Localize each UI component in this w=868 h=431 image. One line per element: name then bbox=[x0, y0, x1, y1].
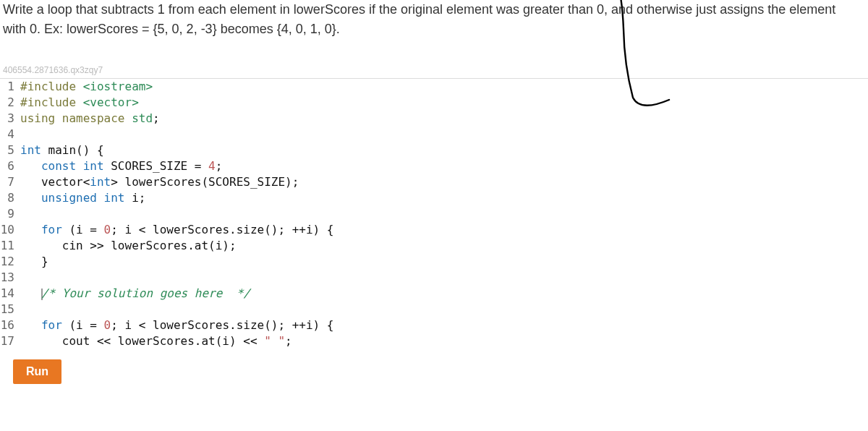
line-number: 1 bbox=[0, 79, 20, 95]
code-line: 5 int main() { bbox=[0, 142, 868, 158]
line-number: 16 bbox=[0, 317, 20, 333]
code-line: 8 unsigned int i; bbox=[0, 190, 868, 206]
line-number: 11 bbox=[0, 238, 20, 254]
line-number: 5 bbox=[0, 142, 20, 158]
line-number: 2 bbox=[0, 95, 20, 111]
run-button[interactable]: Run bbox=[13, 359, 61, 384]
code-line: 9 bbox=[0, 206, 868, 222]
line-number: 6 bbox=[0, 158, 20, 174]
code-line: 11 cin >> lowerScores.at(i); bbox=[0, 238, 868, 254]
code-line: 7 vector<int> lowerScores(SCORES_SIZE); bbox=[0, 174, 868, 190]
line-number: 12 bbox=[0, 254, 20, 270]
code-editor[interactable]: 1 #include <iostream> 2 #include <vector… bbox=[0, 78, 868, 349]
line-number: 4 bbox=[0, 127, 20, 142]
code-line: 16 for (i = 0; i < lowerScores.size(); +… bbox=[0, 317, 868, 333]
problem-instructions: Write a loop that subtracts 1 from each … bbox=[0, 0, 868, 51]
code-line: 14 /* Your solution goes here */ bbox=[0, 286, 868, 302]
line-number: 7 bbox=[0, 174, 20, 190]
code-line: 2 #include <vector> bbox=[0, 95, 868, 111]
code-line: 12 } bbox=[0, 254, 868, 270]
line-number: 14 bbox=[0, 286, 20, 302]
line-number: 17 bbox=[0, 333, 20, 349]
line-number: 3 bbox=[0, 111, 20, 127]
code-line: 1 #include <iostream> bbox=[0, 79, 868, 95]
code-line: 10 for (i = 0; i < lowerScores.size(); +… bbox=[0, 222, 868, 238]
code-line: 3 using namespace std; bbox=[0, 111, 868, 127]
watermark-id: 406554.2871636.qx3zqy7 bbox=[0, 51, 868, 78]
line-number: 9 bbox=[0, 206, 20, 222]
code-line: 13 bbox=[0, 270, 868, 286]
line-number: 13 bbox=[0, 270, 20, 286]
line-number: 8 bbox=[0, 190, 20, 206]
code-line: 6 const int SCORES_SIZE = 4; bbox=[0, 158, 868, 174]
code-line: 4 bbox=[0, 127, 868, 142]
code-line: 17 cout << lowerScores.at(i) << " "; bbox=[0, 333, 868, 349]
line-number: 10 bbox=[0, 222, 20, 238]
line-number: 15 bbox=[0, 302, 20, 317]
code-line: 15 bbox=[0, 302, 868, 317]
